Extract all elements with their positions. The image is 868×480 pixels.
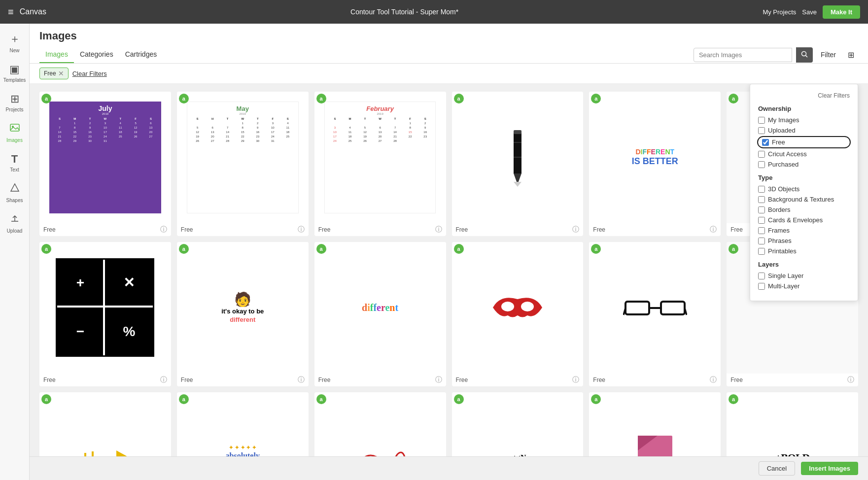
- checkbox-purchased[interactable]: [758, 161, 765, 168]
- image-card-may[interactable]: a May 2019 SHTWTFS 1234 567891011 121314…: [177, 92, 309, 236]
- nav-cartridges[interactable]: Cartridges: [119, 46, 163, 63]
- search-input[interactable]: [694, 48, 792, 62]
- checkbox-multi-layer[interactable]: [758, 283, 765, 290]
- make-it-button[interactable]: Make It: [823, 5, 860, 19]
- filter-option-my-images[interactable]: My Images: [758, 116, 850, 124]
- image-price-label: Free: [730, 377, 743, 383]
- cricut-badge: a: [316, 94, 326, 103]
- filter-panel-clear[interactable]: Clear Filters: [758, 92, 850, 99]
- image-card-footer: Free ⓘ: [177, 223, 309, 236]
- image-thumb-pencil: a: [452, 92, 584, 223]
- info-icon[interactable]: ⓘ: [847, 376, 854, 384]
- app-logo: Canvas: [20, 7, 46, 16]
- image-card-hashtag-original[interactable]: a #ORigiNaL Free ⓘ: [452, 392, 584, 456]
- checkbox-cricut-access[interactable]: [758, 151, 765, 158]
- sidebar-item-templates[interactable]: ▣ Templates: [1, 59, 29, 87]
- search-area: Filter ⊞: [694, 47, 858, 63]
- info-icon[interactable]: ⓘ: [435, 225, 442, 234]
- image-card-arrow[interactable]: a Free ⓘ: [39, 392, 171, 456]
- sidebar-item-text[interactable]: T Text: [1, 149, 29, 176]
- insert-images-button[interactable]: Insert Images: [801, 462, 858, 475]
- my-projects-link[interactable]: My Projects: [763, 8, 796, 16]
- pink-card-image: [635, 433, 675, 456]
- image-card-calculator[interactable]: a + ✕ − % Free ⓘ: [39, 242, 171, 386]
- info-icon[interactable]: ⓘ: [572, 225, 579, 234]
- sidebar-item-new-label: New: [9, 48, 19, 53]
- filter-option-cricut-access[interactable]: Cricut Access: [758, 150, 850, 158]
- info-icon[interactable]: ⓘ: [572, 376, 579, 384]
- checkbox-frames[interactable]: [758, 227, 765, 234]
- search-button[interactable]: [796, 47, 813, 63]
- checkbox-my-images[interactable]: [758, 117, 765, 124]
- filter-option-borders[interactable]: Borders: [758, 206, 850, 213]
- images-grid-container: a July 2019 SMTWTFS 123456 78910111213 1…: [30, 84, 868, 456]
- sidebar-item-images[interactable]: Images: [1, 118, 29, 147]
- label-single-layer: Single Layer: [768, 272, 803, 279]
- filter-chip-remove[interactable]: ✕: [58, 69, 64, 77]
- filter-option-multi-layer[interactable]: Multi-Layer: [758, 282, 850, 290]
- image-card-glasses[interactable]: a Free ⓘ: [589, 242, 721, 386]
- image-card-pencil[interactable]: a Free ⓘ: [452, 92, 584, 236]
- image-card-absolutely-awesome[interactable]: a ✦ ✦ ✦ ✦ ✦ absolutely AWESOME Free ⓘ: [177, 392, 309, 456]
- info-icon[interactable]: ⓘ: [435, 376, 442, 384]
- image-card-bold-text[interactable]: a +BOLD Free ⓘ: [727, 392, 858, 456]
- checkbox-3d[interactable]: [758, 186, 765, 193]
- sidebar-item-images-label: Images: [6, 137, 23, 143]
- image-thumb-different-better: a DIFFERENT IS BETTER: [589, 92, 721, 223]
- checkbox-cards-envelopes[interactable]: [758, 217, 765, 224]
- filter-option-phrases[interactable]: Phrases: [758, 237, 850, 244]
- filter-button[interactable]: Filter: [817, 48, 840, 62]
- image-card-footer: Free ⓘ: [727, 374, 858, 386]
- nav-categories[interactable]: Categories: [74, 46, 119, 63]
- info-icon[interactable]: ⓘ: [298, 225, 305, 234]
- image-card-pink-card[interactable]: a Free ⓘ: [589, 392, 721, 456]
- info-icon[interactable]: ⓘ: [298, 376, 305, 384]
- filter-option-frames[interactable]: Frames: [758, 227, 850, 234]
- filter-option-free[interactable]: Free: [758, 137, 850, 147]
- menu-icon[interactable]: ≡: [8, 6, 14, 18]
- checkbox-phrases[interactable]: [758, 238, 765, 244]
- image-card-okay-different[interactable]: a 🧑 it's okay to bedifferent Free ⓘ: [177, 242, 309, 386]
- sidebar-item-new[interactable]: ＋ New: [1, 28, 29, 57]
- info-icon[interactable]: ⓘ: [710, 225, 717, 234]
- cancel-button[interactable]: Cancel: [759, 461, 795, 476]
- image-card-swirl[interactable]: a Free ⓘ: [314, 392, 446, 456]
- filter-option-single-layer[interactable]: Single Layer: [758, 272, 850, 279]
- image-price-label: Free: [593, 226, 605, 233]
- filter-option-background-textures[interactable]: Background & Textures: [758, 196, 850, 203]
- filter-option-purchased[interactable]: Purchased: [758, 161, 850, 168]
- image-card-different-text[interactable]: a different Free ⓘ: [314, 242, 446, 386]
- nav-images[interactable]: Images: [39, 46, 74, 63]
- swirl-image: [353, 445, 407, 456]
- sidebar-item-shapes[interactable]: Shapes: [1, 178, 29, 207]
- july-calendar-image: July 2019 SMTWTFS 123456 78910111213 141…: [49, 102, 161, 213]
- pencil-image: [503, 128, 532, 187]
- checkbox-uploaded[interactable]: [758, 127, 765, 134]
- top-bar: ≡ Canvas Contour Tool Tutorial - Super M…: [0, 0, 868, 24]
- filter-option-cards-envelopes[interactable]: Cards & Envelopes: [758, 216, 850, 224]
- filter-option-printables[interactable]: Printables: [758, 247, 850, 255]
- info-icon[interactable]: ⓘ: [160, 376, 167, 384]
- checkbox-borders[interactable]: [758, 206, 765, 213]
- filter-option-3d[interactable]: 3D Objects: [758, 185, 850, 193]
- checkbox-background-textures[interactable]: [758, 196, 765, 203]
- image-card-footer: Free ⓘ: [39, 223, 171, 236]
- sidebar-item-upload[interactable]: Upload: [1, 209, 29, 238]
- image-card-february[interactable]: a February 2019 SMTWTFS 12 3456789 10111…: [314, 92, 446, 236]
- save-link[interactable]: Save: [802, 8, 817, 16]
- checkbox-free[interactable]: [762, 139, 769, 146]
- info-icon[interactable]: ⓘ: [160, 225, 167, 234]
- filter-option-uploaded[interactable]: Uploaded: [758, 127, 850, 134]
- grid-view-button[interactable]: ⊞: [844, 47, 858, 63]
- info-icon[interactable]: ⓘ: [710, 376, 717, 384]
- image-card-footer: Free ⓘ: [177, 374, 309, 386]
- checkbox-printables[interactable]: [758, 248, 765, 255]
- february-calendar-image: February 2019 SMTWTFS 12 3456789 1011121…: [324, 102, 436, 213]
- checkbox-single-layer[interactable]: [758, 273, 765, 279]
- image-card-july[interactable]: a July 2019 SMTWTFS 123456 78910111213 1…: [39, 92, 171, 236]
- image-card-mask[interactable]: a Free ⓘ: [452, 242, 584, 386]
- sidebar-item-projects[interactable]: ⊞ Projects: [1, 89, 29, 116]
- image-card-different-better[interactable]: a DIFFERENT IS BETTER Free ⓘ: [589, 92, 721, 236]
- images-header: Images Images Categories Cartridges Filt…: [30, 24, 868, 64]
- clear-filters-button[interactable]: Clear Filters: [72, 70, 107, 77]
